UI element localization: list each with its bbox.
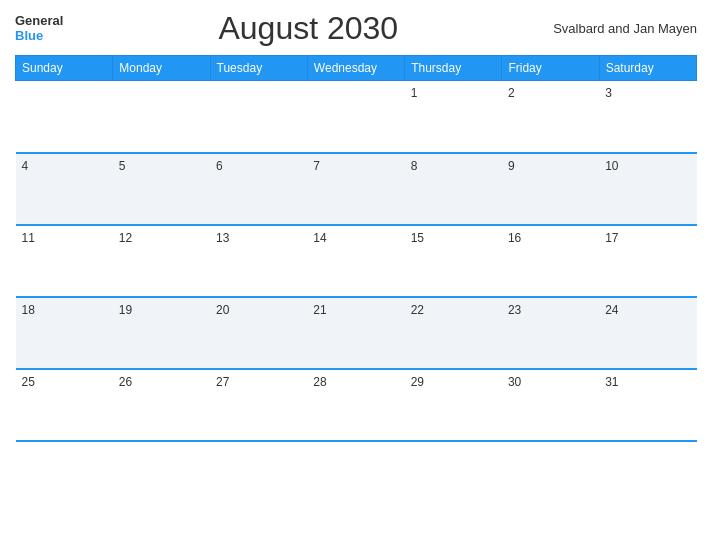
- day-cell-16: 16: [502, 225, 599, 297]
- weekday-header-thursday: Thursday: [405, 56, 502, 81]
- day-cell-4: 4: [16, 153, 113, 225]
- day-cell-12: 12: [113, 225, 210, 297]
- country-name: Svalbard and Jan Mayen: [553, 21, 697, 36]
- day-cell-24: 24: [599, 297, 696, 369]
- week-row-1: 123: [16, 81, 697, 153]
- day-cell-11: 11: [16, 225, 113, 297]
- day-cell-19: 19: [113, 297, 210, 369]
- day-cell-9: 9: [502, 153, 599, 225]
- day-cell-26: 26: [113, 369, 210, 441]
- day-cell-5: 5: [113, 153, 210, 225]
- empty-cell: [16, 81, 113, 153]
- empty-cell: [307, 81, 404, 153]
- empty-cell: [113, 81, 210, 153]
- logo: General Blue: [15, 14, 63, 43]
- day-cell-10: 10: [599, 153, 696, 225]
- weekday-header-monday: Monday: [113, 56, 210, 81]
- day-cell-3: 3: [599, 81, 696, 153]
- day-cell-28: 28: [307, 369, 404, 441]
- weekday-header-row: SundayMondayTuesdayWednesdayThursdayFrid…: [16, 56, 697, 81]
- day-cell-8: 8: [405, 153, 502, 225]
- calendar-container: General Blue August 2030 Svalbard and Ja…: [0, 0, 712, 550]
- logo-general-text: General: [15, 14, 63, 28]
- day-cell-30: 30: [502, 369, 599, 441]
- logo-blue-text: Blue: [15, 29, 63, 43]
- week-row-2: 45678910: [16, 153, 697, 225]
- day-cell-15: 15: [405, 225, 502, 297]
- weekday-header-wednesday: Wednesday: [307, 56, 404, 81]
- day-cell-23: 23: [502, 297, 599, 369]
- weekday-header-tuesday: Tuesday: [210, 56, 307, 81]
- week-row-3: 11121314151617: [16, 225, 697, 297]
- calendar-header: General Blue August 2030 Svalbard and Ja…: [15, 10, 697, 47]
- week-row-4: 18192021222324: [16, 297, 697, 369]
- day-cell-13: 13: [210, 225, 307, 297]
- day-cell-1: 1: [405, 81, 502, 153]
- week-row-5: 25262728293031: [16, 369, 697, 441]
- weekday-header-sunday: Sunday: [16, 56, 113, 81]
- weekday-header-saturday: Saturday: [599, 56, 696, 81]
- day-cell-14: 14: [307, 225, 404, 297]
- day-cell-22: 22: [405, 297, 502, 369]
- day-cell-17: 17: [599, 225, 696, 297]
- weekday-header-friday: Friday: [502, 56, 599, 81]
- empty-cell: [210, 81, 307, 153]
- day-cell-21: 21: [307, 297, 404, 369]
- day-cell-2: 2: [502, 81, 599, 153]
- day-cell-20: 20: [210, 297, 307, 369]
- day-cell-29: 29: [405, 369, 502, 441]
- day-cell-27: 27: [210, 369, 307, 441]
- day-cell-31: 31: [599, 369, 696, 441]
- day-cell-6: 6: [210, 153, 307, 225]
- day-cell-25: 25: [16, 369, 113, 441]
- day-cell-18: 18: [16, 297, 113, 369]
- calendar-table: SundayMondayTuesdayWednesdayThursdayFrid…: [15, 55, 697, 442]
- month-title: August 2030: [63, 10, 553, 47]
- day-cell-7: 7: [307, 153, 404, 225]
